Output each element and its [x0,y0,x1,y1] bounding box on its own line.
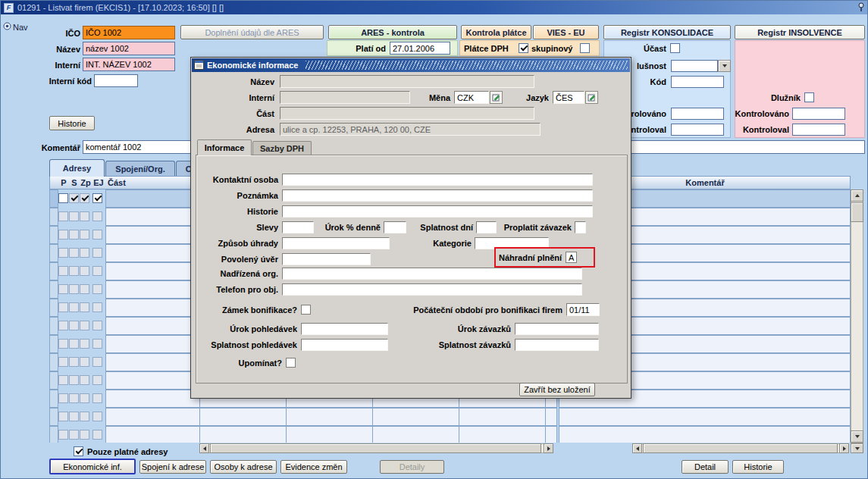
row-selector[interactable] [49,408,58,426]
row-checkbox-s[interactable] [69,357,79,367]
tab-adresy[interactable]: Adresy [49,159,105,177]
table-cell[interactable] [372,426,459,443]
povoleny-uver-field[interactable] [282,253,371,265]
upominat-checkbox[interactable] [286,358,296,368]
ekonomicke-inf-button[interactable]: Ekonomické inf. [49,459,136,474]
row-checkbox-ej[interactable] [92,284,102,294]
table-cell[interactable] [105,353,200,371]
pin-icon[interactable] [857,2,866,14]
row-checkbox-zp[interactable] [80,302,89,312]
table-cell[interactable] [105,189,200,208]
historie-field[interactable] [282,205,593,218]
nav-icon[interactable] [3,22,11,32]
row-checkbox-p[interactable] [58,266,68,276]
row-checkbox-zp[interactable] [80,248,89,258]
row-selector[interactable] [49,390,58,408]
row-checkbox-ej[interactable] [92,266,102,276]
row-checkbox-s[interactable] [69,193,79,203]
row-selector[interactable] [49,262,58,280]
row-checkbox-s[interactable] [69,375,79,385]
row-checkbox-p[interactable] [58,211,68,221]
table-cell[interactable] [545,426,557,443]
table-row[interactable] [1,408,868,426]
payer-check-button[interactable]: Kontrola plátce [461,25,531,39]
detail-button[interactable]: Detail [682,460,729,474]
row-selector[interactable] [49,244,58,262]
kontroloval-left-field[interactable] [671,124,724,136]
kod-field[interactable] [671,76,724,88]
row-selector[interactable] [49,426,58,443]
skupinovy-checkbox[interactable] [580,43,590,53]
row-checkbox-s[interactable] [69,393,79,403]
table-cell[interactable] [459,408,546,426]
row-checkbox-zp[interactable] [80,412,89,421]
splatnost-pohledavek-field[interactable] [301,339,388,351]
slevy-field[interactable] [282,221,314,233]
table-cell[interactable] [105,208,200,226]
scroll-corner-button[interactable] [851,443,863,453]
nadrizena-org-field[interactable] [282,268,582,280]
mena-field[interactable]: CZK [454,91,489,104]
kontrolovano-right-field[interactable] [792,108,845,120]
table-cell[interactable] [286,426,373,443]
scroll-left-icon[interactable] [632,443,642,453]
row-checkbox-p[interactable] [58,412,68,421]
row-checkbox-p[interactable] [58,248,68,258]
row-checkbox-zp[interactable] [80,230,89,240]
row-checkbox-ej[interactable] [92,357,102,367]
row-checkbox-ej[interactable] [92,339,102,349]
row-checkbox-zp[interactable] [80,193,89,203]
prislusnost-combo[interactable] [671,60,718,72]
right-horizontal-thumb[interactable] [643,443,838,453]
row-checkbox-ej[interactable] [92,193,102,203]
row-checkbox-zp[interactable] [80,211,89,221]
table-cell[interactable] [372,408,459,426]
row-checkbox-p[interactable] [58,193,68,203]
left-horizontal-thumb[interactable] [210,443,541,453]
row-selector[interactable] [49,371,58,390]
scroll-right-icon[interactable] [839,443,849,453]
dialog-nazev-field[interactable] [280,75,534,88]
splatnost-dni-field[interactable] [476,221,497,233]
adresa-field[interactable]: ulice a cp. 12253, PRAHA, 120 00, CZE [280,123,541,136]
table-cell[interactable] [105,335,200,353]
historie-button[interactable]: Historie [49,116,95,130]
row-checkbox-ej[interactable] [92,230,102,240]
row-checkbox-p[interactable] [58,321,68,330]
row-checkbox-p[interactable] [58,393,68,403]
row-checkbox-ej[interactable] [92,375,102,385]
proplatit-zavazek-field[interactable] [575,221,586,233]
table-cell[interactable] [105,426,200,443]
historie-footer-button[interactable]: Historie [732,460,784,474]
scroll-up-icon[interactable] [851,189,863,202]
ucast-checkbox[interactable] [670,43,680,53]
urok-zavazku-field[interactable] [515,323,599,335]
edit-language-icon[interactable] [585,91,598,104]
table-row[interactable] [1,426,868,443]
row-checkbox-ej[interactable] [92,430,102,440]
nazev-field[interactable]: název 1002 [83,42,175,55]
row-checkbox-zp[interactable] [80,321,89,330]
table-cell[interactable] [545,408,557,426]
row-checkbox-ej[interactable] [92,302,102,312]
dialog-titlebar[interactable]: Ekonomické informace [192,58,630,72]
row-checkbox-zp[interactable] [80,266,89,276]
row-selector[interactable] [49,226,58,244]
row-checkbox-ej[interactable] [92,412,102,421]
table-cell[interactable] [199,426,287,443]
dluznik-checkbox[interactable] [804,92,814,102]
row-checkbox-p[interactable] [58,284,68,294]
table-cell[interactable] [105,226,200,244]
splatnost-zavazku-field[interactable] [515,339,599,351]
table-cell[interactable] [105,244,200,262]
plati-od-field[interactable]: 27.01.2006 [390,42,450,55]
row-selector[interactable] [49,189,58,208]
row-selector[interactable] [49,353,58,371]
tab-sazby-dph[interactable]: Sazby DPH [252,141,312,155]
table-cell[interactable] [105,317,200,335]
table-cell[interactable] [105,262,200,280]
table-cell[interactable] [559,426,851,443]
row-checkbox-s[interactable] [69,284,79,294]
kontrolovano-left-field[interactable] [671,108,724,120]
kontaktni-osoba-field[interactable] [282,174,593,186]
